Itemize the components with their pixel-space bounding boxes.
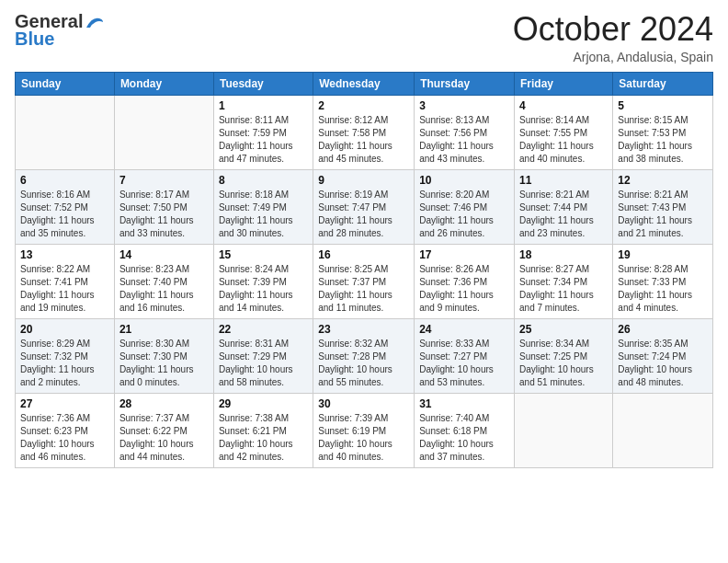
day-info: Sunrise: 8:11 AM Sunset: 7:59 PM Dayligh… <box>219 114 308 166</box>
day-info: Sunrise: 8:19 AM Sunset: 7:47 PM Dayligh… <box>318 189 409 240</box>
day-info: Sunrise: 8:29 AM Sunset: 7:32 PM Dayligh… <box>20 338 109 389</box>
calendar-cell: 30Sunrise: 7:39 AM Sunset: 6:19 PM Dayli… <box>313 393 415 467</box>
day-number: 15 <box>219 248 308 261</box>
day-info: Sunrise: 8:33 AM Sunset: 7:27 PM Dayligh… <box>419 338 509 389</box>
day-info: Sunrise: 8:17 AM Sunset: 7:50 PM Dayligh… <box>119 189 209 240</box>
calendar-cell: 15Sunrise: 8:24 AM Sunset: 7:39 PM Dayli… <box>213 244 313 318</box>
day-number: 19 <box>618 248 708 261</box>
calendar-cell: 28Sunrise: 7:37 AM Sunset: 6:22 PM Dayli… <box>114 393 213 467</box>
title-block: October 2024 Arjona, Andalusia, Spain <box>513 11 713 64</box>
day-info: Sunrise: 8:18 AM Sunset: 7:49 PM Dayligh… <box>219 189 308 240</box>
day-number: 20 <box>20 323 109 336</box>
day-number: 29 <box>219 397 308 410</box>
calendar-cell: 11Sunrise: 8:21 AM Sunset: 7:44 PM Dayli… <box>515 169 613 244</box>
day-info: Sunrise: 8:32 AM Sunset: 7:28 PM Dayligh… <box>318 338 409 389</box>
logo-blue: Blue <box>15 29 54 50</box>
calendar-cell: 26Sunrise: 8:35 AM Sunset: 7:24 PM Dayli… <box>613 318 713 393</box>
day-number: 6 <box>20 174 109 187</box>
day-info: Sunrise: 8:28 AM Sunset: 7:33 PM Dayligh… <box>618 263 708 315</box>
day-number: 1 <box>219 99 308 112</box>
calendar-cell: 29Sunrise: 7:38 AM Sunset: 6:21 PM Dayli… <box>213 393 313 467</box>
day-number: 30 <box>318 397 409 410</box>
day-info: Sunrise: 7:39 AM Sunset: 6:19 PM Dayligh… <box>318 412 409 464</box>
day-number: 22 <box>219 323 308 336</box>
day-info: Sunrise: 8:30 AM Sunset: 7:30 PM Dayligh… <box>119 338 209 389</box>
calendar-cell: 19Sunrise: 8:28 AM Sunset: 7:33 PM Dayli… <box>613 244 713 318</box>
calendar-cell: 20Sunrise: 8:29 AM Sunset: 7:32 PM Dayli… <box>16 318 115 393</box>
calendar-cell: 17Sunrise: 8:26 AM Sunset: 7:36 PM Dayli… <box>415 244 515 318</box>
day-number: 16 <box>318 248 409 261</box>
day-number: 26 <box>618 323 708 336</box>
day-number: 14 <box>119 248 209 261</box>
calendar-cell: 24Sunrise: 8:33 AM Sunset: 7:27 PM Dayli… <box>415 318 515 393</box>
day-info: Sunrise: 8:16 AM Sunset: 7:52 PM Dayligh… <box>20 189 109 240</box>
weekday-header-saturday: Saturday <box>613 72 713 95</box>
day-number: 31 <box>419 397 509 410</box>
location: Arjona, Andalusia, Spain <box>513 50 713 64</box>
calendar-week-row: 13Sunrise: 8:22 AM Sunset: 7:41 PM Dayli… <box>16 244 713 318</box>
calendar-cell <box>613 393 713 467</box>
calendar-cell: 16Sunrise: 8:25 AM Sunset: 7:37 PM Dayli… <box>313 244 415 318</box>
day-number: 2 <box>318 99 409 112</box>
calendar-cell: 25Sunrise: 8:34 AM Sunset: 7:25 PM Dayli… <box>515 318 613 393</box>
day-info: Sunrise: 7:40 AM Sunset: 6:18 PM Dayligh… <box>419 412 509 464</box>
day-info: Sunrise: 8:27 AM Sunset: 7:34 PM Dayligh… <box>519 263 608 315</box>
calendar-week-row: 27Sunrise: 7:36 AM Sunset: 6:23 PM Dayli… <box>16 393 713 467</box>
calendar-week-row: 1Sunrise: 8:11 AM Sunset: 7:59 PM Daylig… <box>16 95 713 169</box>
weekday-header-tuesday: Tuesday <box>213 72 313 95</box>
calendar-cell: 27Sunrise: 7:36 AM Sunset: 6:23 PM Dayli… <box>16 393 115 467</box>
day-number: 3 <box>419 99 509 112</box>
day-number: 10 <box>419 174 509 187</box>
calendar-cell: 5Sunrise: 8:15 AM Sunset: 7:53 PM Daylig… <box>613 95 713 169</box>
day-number: 27 <box>20 397 109 410</box>
day-number: 4 <box>519 99 608 112</box>
logo-bird-icon <box>85 15 105 29</box>
calendar-cell: 2Sunrise: 8:12 AM Sunset: 7:58 PM Daylig… <box>313 95 415 169</box>
day-info: Sunrise: 7:38 AM Sunset: 6:21 PM Dayligh… <box>219 412 308 464</box>
day-info: Sunrise: 8:15 AM Sunset: 7:53 PM Dayligh… <box>618 114 708 166</box>
calendar-cell: 7Sunrise: 8:17 AM Sunset: 7:50 PM Daylig… <box>114 169 213 244</box>
header: General Blue October 2024 Arjona, Andalu… <box>15 11 713 64</box>
page: General Blue October 2024 Arjona, Andalu… <box>0 0 728 563</box>
calendar-cell: 14Sunrise: 8:23 AM Sunset: 7:40 PM Dayli… <box>114 244 213 318</box>
day-number: 18 <box>519 248 608 261</box>
calendar-cell <box>16 95 115 169</box>
calendar-cell: 10Sunrise: 8:20 AM Sunset: 7:46 PM Dayli… <box>415 169 515 244</box>
day-info: Sunrise: 7:36 AM Sunset: 6:23 PM Dayligh… <box>20 412 109 464</box>
day-number: 25 <box>519 323 608 336</box>
calendar-cell: 1Sunrise: 8:11 AM Sunset: 7:59 PM Daylig… <box>213 95 313 169</box>
weekday-header-monday: Monday <box>114 72 213 95</box>
calendar-cell: 23Sunrise: 8:32 AM Sunset: 7:28 PM Dayli… <box>313 318 415 393</box>
day-info: Sunrise: 8:20 AM Sunset: 7:46 PM Dayligh… <box>419 189 509 240</box>
day-number: 9 <box>318 174 409 187</box>
weekday-header-sunday: Sunday <box>16 72 115 95</box>
day-info: Sunrise: 8:26 AM Sunset: 7:36 PM Dayligh… <box>419 263 509 315</box>
month-title: October 2024 <box>513 11 713 48</box>
day-info: Sunrise: 8:21 AM Sunset: 7:44 PM Dayligh… <box>519 189 608 240</box>
day-number: 8 <box>219 174 308 187</box>
calendar-cell: 4Sunrise: 8:14 AM Sunset: 7:55 PM Daylig… <box>515 95 613 169</box>
calendar-cell <box>114 95 213 169</box>
day-number: 11 <box>519 174 608 187</box>
weekday-header-wednesday: Wednesday <box>313 72 415 95</box>
calendar-week-row: 6Sunrise: 8:16 AM Sunset: 7:52 PM Daylig… <box>16 169 713 244</box>
calendar-header-row: SundayMondayTuesdayWednesdayThursdayFrid… <box>16 72 713 95</box>
calendar-cell: 31Sunrise: 7:40 AM Sunset: 6:18 PM Dayli… <box>415 393 515 467</box>
day-number: 5 <box>618 99 708 112</box>
calendar-week-row: 20Sunrise: 8:29 AM Sunset: 7:32 PM Dayli… <box>16 318 713 393</box>
day-info: Sunrise: 8:35 AM Sunset: 7:24 PM Dayligh… <box>618 338 708 389</box>
day-info: Sunrise: 8:22 AM Sunset: 7:41 PM Dayligh… <box>20 263 109 315</box>
calendar-cell: 12Sunrise: 8:21 AM Sunset: 7:43 PM Dayli… <box>613 169 713 244</box>
day-number: 28 <box>119 397 209 410</box>
calendar-cell: 8Sunrise: 8:18 AM Sunset: 7:49 PM Daylig… <box>213 169 313 244</box>
day-number: 17 <box>419 248 509 261</box>
calendar-cell: 21Sunrise: 8:30 AM Sunset: 7:30 PM Dayli… <box>114 318 213 393</box>
calendar-cell: 9Sunrise: 8:19 AM Sunset: 7:47 PM Daylig… <box>313 169 415 244</box>
calendar-cell: 18Sunrise: 8:27 AM Sunset: 7:34 PM Dayli… <box>515 244 613 318</box>
day-number: 24 <box>419 323 509 336</box>
day-number: 21 <box>119 323 209 336</box>
calendar-cell: 6Sunrise: 8:16 AM Sunset: 7:52 PM Daylig… <box>16 169 115 244</box>
calendar-cell <box>515 393 613 467</box>
day-number: 23 <box>318 323 409 336</box>
day-info: Sunrise: 8:34 AM Sunset: 7:25 PM Dayligh… <box>519 338 608 389</box>
